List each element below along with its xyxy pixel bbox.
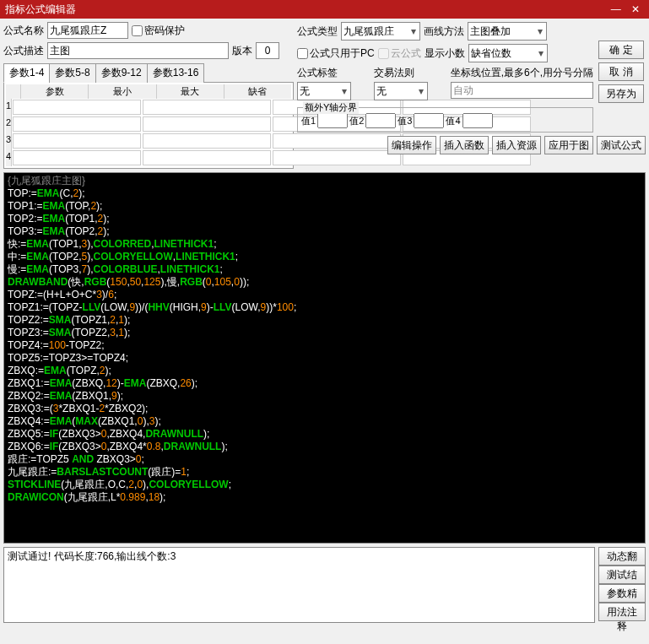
coord-label: 坐标线位置,最多6个,用分号分隔 — [451, 66, 593, 80]
param-tabs: 参数1-4 参数5-8 参数9-12 参数13-16 — [3, 62, 294, 83]
p4-min[interactable] — [143, 150, 271, 165]
window-title: 指标公式编辑器 — [5, 3, 76, 17]
draw-select[interactable]: 主图叠加▾ — [468, 22, 547, 41]
footer-buttons: 动态翻译 测试结果 参数精灵 用法注释 — [598, 547, 646, 623]
editop-button[interactable]: 编辑操作 — [387, 136, 436, 154]
paramwiz-button[interactable]: 参数精灵 — [598, 584, 646, 603]
p3-name[interactable] — [13, 133, 141, 149]
decimal-label: 显示小数 — [425, 46, 465, 61]
p3-min[interactable] — [143, 133, 271, 149]
chevron-down-icon: ▾ — [340, 85, 349, 97]
law-label: 交易法则 — [374, 66, 414, 80]
draw-label: 画线方法 — [424, 24, 464, 39]
col-max: 最大 — [157, 84, 224, 99]
titlebar: 指标公式编辑器 — ✕ — [0, 0, 649, 19]
dyntrans-button[interactable]: 动态翻译 — [598, 547, 646, 566]
tag-select[interactable]: 无▾ — [297, 82, 351, 100]
version-label: 版本 — [232, 44, 252, 58]
right-panel: 公式类型 九尾狐跟庄▾ 画线方法 主图叠加▾ 公式只用于PC 云公式 显示小数 … — [297, 22, 646, 169]
val4-input[interactable] — [462, 113, 493, 128]
col-def: 缺省 — [224, 84, 291, 99]
desc-input[interactable] — [47, 42, 229, 59]
cancel-button[interactable]: 取 消 — [598, 62, 644, 81]
ok-button[interactable]: 确 定 — [598, 41, 644, 59]
testres-button[interactable]: 测试结果 — [598, 566, 646, 584]
type-select[interactable]: 九尾狐跟庄▾ — [341, 22, 420, 41]
minimize-icon[interactable]: — — [608, 3, 625, 15]
col-min: 最小 — [89, 84, 156, 99]
extra-y-label: 额外Y轴分界 — [303, 101, 359, 114]
chevron-down-icon: ▾ — [537, 47, 545, 59]
code-editor[interactable]: {九尾狐跟庄主图} TOP:=EMA(C,2); TOP1:=EMA(TOP,2… — [3, 172, 646, 544]
test-button[interactable]: 测试公式 — [597, 136, 646, 154]
tab-params-9-12[interactable]: 参数9-12 — [95, 63, 148, 83]
p2-min[interactable] — [143, 116, 271, 132]
desc-label: 公式描述 — [3, 44, 44, 58]
chevron-down-icon: ▾ — [409, 25, 418, 37]
applyimg-button[interactable]: 应用于图 — [544, 136, 593, 154]
version-input[interactable] — [256, 42, 279, 59]
p1-name[interactable] — [13, 100, 141, 115]
chevron-down-icon: ▾ — [536, 25, 544, 37]
col-param: 参数 — [21, 84, 89, 99]
tab-params-13-16[interactable]: 参数13-16 — [147, 63, 205, 83]
p2-name[interactable] — [13, 116, 141, 132]
insres-button[interactable]: 插入资源 — [492, 136, 541, 154]
protect-checkbox[interactable]: 密码保护 — [132, 24, 185, 38]
tag-label: 公式标签 — [297, 66, 338, 80]
saveas-button[interactable]: 另存为 — [598, 84, 644, 103]
close-icon[interactable]: ✕ — [627, 3, 644, 15]
decimal-select[interactable]: 缺省位数▾ — [468, 44, 548, 62]
extra-y-fieldset: 额外Y轴分界 值1 值2 值3 值4 — [297, 107, 593, 133]
left-panel: 公式名称 密码保护 公式描述 版本 参数1-4 参数5-8 参数9-12 参数1… — [3, 22, 294, 169]
param-grid: 参数 最小 最大 缺省 1 2 3 4 — [3, 83, 294, 169]
usage-button[interactable]: 用法注释 — [598, 603, 646, 621]
main-button-col: 确 定 取 消 另存为 — [598, 41, 644, 103]
val3-input[interactable] — [414, 113, 444, 128]
tab-params-1-4[interactable]: 参数1-4 — [3, 63, 50, 83]
tab-params-5-8[interactable]: 参数5-8 — [49, 63, 95, 83]
p1-min[interactable] — [143, 100, 271, 115]
name-label: 公式名称 — [3, 24, 44, 38]
p4-name[interactable] — [13, 150, 141, 165]
name-input[interactable] — [47, 22, 128, 39]
insfunc-button[interactable]: 插入函数 — [440, 136, 489, 154]
val1-input[interactable] — [317, 113, 348, 128]
val2-input[interactable] — [365, 113, 396, 128]
pconly-checkbox[interactable]: 公式只用于PC — [297, 46, 375, 61]
chevron-down-icon: ▾ — [417, 85, 425, 97]
protect-label: 密码保护 — [144, 24, 185, 38]
type-label: 公式类型 — [297, 24, 338, 39]
window-controls: — ✕ — [608, 3, 644, 15]
cloud-checkbox: 云公式 — [378, 46, 421, 61]
status-output: 测试通过! 代码长度:766,输出线个数:3 — [3, 547, 595, 623]
law-select[interactable]: 无▾ — [374, 82, 428, 100]
coord-input[interactable] — [451, 82, 593, 99]
